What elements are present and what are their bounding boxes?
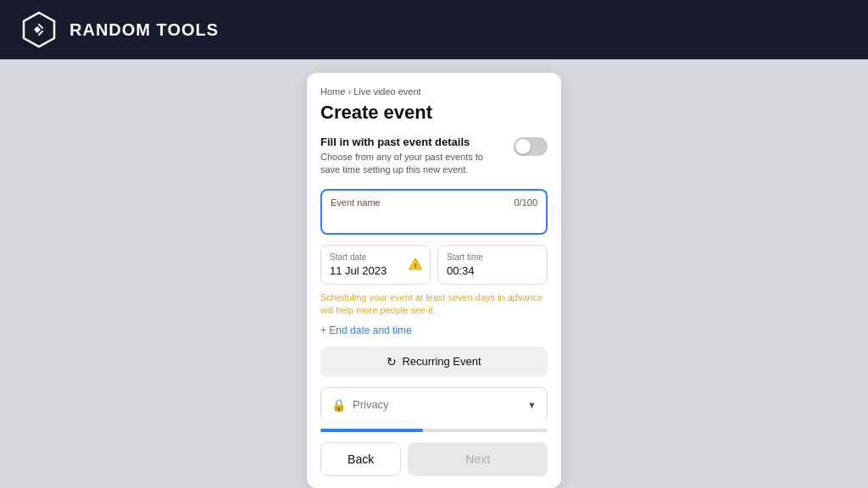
recurring-event-label: Recurring Event: [402, 355, 481, 368]
privacy-dropdown[interactable]: 🔒 Privacy ▼: [320, 387, 548, 420]
start-time-label: Start time: [447, 252, 538, 262]
logo-icon: [20, 11, 58, 48]
event-name-counter: 0/100: [514, 197, 537, 208]
start-time-value: 00:34: [447, 264, 538, 277]
lock-icon: 🔒: [331, 398, 346, 412]
event-name-label: Event name: [331, 197, 381, 208]
back-button[interactable]: Back: [320, 442, 401, 476]
datetime-row: Start date 11 Jul 2023 ! Start time 00:3…: [320, 245, 548, 285]
progress-bar-fill: [320, 429, 423, 432]
top-bar: RANDOM TOOLS: [0, 0, 868, 59]
date-warning-icon: !: [408, 257, 423, 272]
breadcrumb-current: Live video event: [353, 86, 421, 97]
scheduling-warning: Scheduling your event at least seven day…: [320, 291, 548, 318]
fill-past-description: Choose from any of your past events to s…: [320, 151, 505, 177]
fill-past-title: Fill in with past event details: [320, 136, 505, 148]
event-name-field: Event name 0/100: [320, 189, 548, 235]
fill-past-toggle[interactable]: [514, 137, 548, 156]
button-row: Back Next: [320, 442, 548, 476]
breadcrumb: Home › Live video event: [320, 86, 548, 97]
event-name-top-row: Event name 0/100: [331, 197, 537, 208]
end-date-link[interactable]: + End date and time: [320, 324, 548, 336]
create-event-card: Home › Live video event Create event Fil…: [307, 73, 561, 488]
start-time-field[interactable]: Start time 00:34: [437, 245, 548, 285]
app-title: RANDOM TOOLS: [70, 20, 219, 40]
next-button[interactable]: Next: [408, 442, 548, 476]
privacy-left: 🔒 Privacy: [331, 398, 389, 412]
breadcrumb-separator: ›: [348, 86, 351, 97]
breadcrumb-home[interactable]: Home: [320, 86, 345, 97]
main-area: Home › Live video event Create event Fil…: [0, 59, 868, 488]
recurring-event-button[interactable]: ↻ Recurring Event: [320, 347, 548, 377]
card-scroll-area: Home › Live video event Create event Fil…: [307, 73, 561, 420]
svg-text:!: !: [415, 262, 417, 269]
start-date-field[interactable]: Start date 11 Jul 2023 !: [320, 245, 431, 285]
page-title: Create event: [320, 102, 548, 124]
fill-past-text: Fill in with past event details Choose f…: [320, 136, 505, 177]
fill-past-section: Fill in with past event details Choose f…: [320, 136, 548, 177]
progress-bar-wrapper: [320, 429, 548, 432]
event-name-input[interactable]: [331, 213, 537, 225]
privacy-label: Privacy: [353, 398, 389, 411]
chevron-down-icon: ▼: [527, 400, 537, 410]
card-footer: Back Next: [307, 420, 561, 488]
recurring-icon: ↻: [387, 355, 397, 369]
